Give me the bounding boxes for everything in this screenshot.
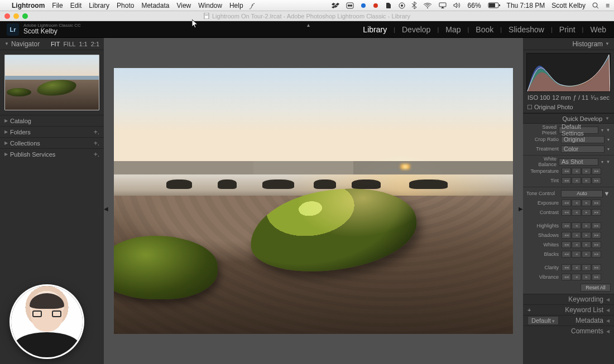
stepper-big-minus[interactable]: ◂◂ [562,264,571,271]
header-collapse-arrow-icon[interactable]: ▴ [307,22,310,28]
panel-catalog[interactable]: ▶ Catalog [0,115,104,126]
stepper-big-minus[interactable]: ◂◂ [562,177,571,184]
identity-plate[interactable]: Adobe Lightroom Classic CC Scott Kelby [23,23,81,35]
window-zoom-button[interactable] [22,13,28,19]
cc-icon[interactable] [346,2,354,9]
mac-menu-view[interactable]: View [176,2,191,9]
stepper-minus[interactable]: ◂ [572,177,581,184]
stepper-plus[interactable]: ▸ [582,209,591,216]
original-photo-checkbox[interactable]: Original Photo [523,103,614,113]
left-panel-toggle[interactable]: ◀ [104,201,108,217]
spotlight-icon[interactable] [592,2,599,9]
add-keyword-button[interactable]: + [527,307,531,313]
right-panel-toggle[interactable]: ▶ [519,201,523,217]
keyword-list-header[interactable]: + Keyword List ◀ [523,304,614,315]
stepper-plus[interactable]: ▸ [582,232,591,239]
stepper-big-plus[interactable]: ▸▸ [592,222,601,229]
dropdown-icon[interactable]: ▾ [599,159,605,164]
dropbox-icon[interactable] [332,2,339,9]
battery-icon[interactable] [488,2,500,8]
stepper-minus[interactable]: ◂ [572,251,581,258]
mac-menu-photo[interactable]: Photo [117,2,134,9]
module-map[interactable]: Map [444,25,462,34]
stepper-minus[interactable]: ◂ [572,168,581,174]
stepper-minus[interactable]: ◂ [572,209,581,216]
module-book[interactable]: Book [474,25,495,34]
saved-preset-dropdown[interactable]: Default Settings [559,127,598,134]
zoom-1to1[interactable]: 1:1 [79,41,87,47]
mac-menu-metadata[interactable]: Metadata [141,2,169,9]
white-balance-dropdown[interactable]: As Shot [559,158,598,166]
stepper-plus[interactable]: ▸ [582,168,591,174]
quick-develop-header[interactable]: Quick Develop ▼ [523,113,614,124]
stepper-big-plus[interactable]: ▸▸ [592,274,601,280]
add-collection-button[interactable]: +. [94,139,99,147]
module-print[interactable]: Print [558,25,577,34]
stepper-big-minus[interactable]: ◂◂ [562,222,571,229]
module-develop[interactable]: Develop [401,25,431,34]
airplay-icon[interactable] [439,2,447,8]
navigator-thumbnail[interactable] [4,55,99,110]
dropdown-icon[interactable]: ▾ [599,128,605,133]
menu-extra-icon[interactable]: ≡ [606,2,610,9]
stepper-big-minus[interactable]: ◂◂ [562,200,571,206]
stepper-big-plus[interactable]: ▸▸ [592,251,601,258]
module-library[interactable]: Library [362,25,388,34]
stepper-big-minus[interactable]: ◂◂ [562,209,571,216]
stepper-minus[interactable]: ◂ [572,264,581,271]
mac-app-name[interactable]: Lightroom [12,2,45,9]
mac-menu-help[interactable]: Help [229,2,243,9]
module-slideshow[interactable]: Slideshow [507,25,545,34]
stepper-minus[interactable]: ◂ [572,274,581,280]
recording-icon[interactable] [399,2,405,9]
add-folder-button[interactable]: +. [94,128,99,136]
status-dot-red-icon[interactable] [373,3,378,8]
stepper-minus[interactable]: ◂ [572,222,581,229]
stepper-big-minus[interactable]: ◂◂ [562,232,571,239]
bluetooth-icon[interactable] [412,2,416,9]
mac-user[interactable]: Scott Kelby [551,2,586,9]
panel-collections[interactable]: ▶ Collections +. [0,137,104,148]
mac-menu-library[interactable]: Library [89,2,109,9]
stepper-plus[interactable]: ▸ [582,274,591,280]
stepper-big-plus[interactable]: ▸▸ [592,264,601,271]
stepper-big-plus[interactable]: ▸▸ [592,209,601,216]
histogram-graph[interactable] [526,53,611,92]
keywording-header[interactable]: Keywording ◀ [523,294,614,304]
loupe-view[interactable]: ◀ ▶ [104,38,523,364]
stepper-plus[interactable]: ▸ [582,264,591,271]
battery-percent[interactable]: 66% [468,2,481,9]
stepper-big-plus[interactable]: ▸▸ [592,168,601,174]
stepper-big-plus[interactable]: ▸▸ [592,232,601,239]
dropdown-icon[interactable]: ▾ [606,147,611,152]
stepper-plus[interactable]: ▸ [582,251,591,258]
stepper-big-plus[interactable]: ▸▸ [592,177,601,184]
zoom-fit[interactable]: FIT [51,41,60,47]
treatment-dropdown[interactable]: Color [561,145,605,153]
stepper-big-minus[interactable]: ◂◂ [562,251,571,258]
stepper-big-plus[interactable]: ▸▸ [592,241,601,248]
stepper-plus[interactable]: ▸ [582,177,591,184]
histogram-header[interactable]: Histogram ▼ [523,38,614,50]
navigator-header[interactable]: ▼ Navigator FIT FILL 1:1 2:1 [0,38,104,50]
stepper-plus[interactable]: ▸ [582,222,591,229]
mac-menu-window[interactable]: Window [198,2,222,9]
app-extra-icon[interactable]: 𝑓 [251,2,252,9]
panel-expand-icon[interactable]: ▼ [606,128,611,133]
stepper-plus[interactable]: ▸ [582,200,591,206]
zoom-2to1[interactable]: 2:1 [91,41,99,47]
volume-icon[interactable] [453,2,461,8]
window-close-button[interactable] [4,13,10,19]
stepper-big-plus[interactable]: ▸▸ [592,200,601,206]
window-minimize-button[interactable] [13,13,19,19]
dropdown-icon[interactable]: ▾ [606,137,611,142]
zoom-fill[interactable]: FILL [63,41,75,47]
stepper-big-minus[interactable]: ◂◂ [562,274,571,280]
metadata-preset-dropdown[interactable]: Default ▾ [527,316,559,325]
metadata-header[interactable]: Default ▾ Metadata ◀ [523,315,614,326]
status-dot-blue-icon[interactable] [361,3,366,8]
panel-publish[interactable]: ▶ Publish Services +. [0,148,104,159]
reset-all-button[interactable]: Reset All [581,284,611,292]
mac-menu-file[interactable]: File [52,2,63,9]
panel-folders[interactable]: ▶ Folders +. [0,126,104,137]
